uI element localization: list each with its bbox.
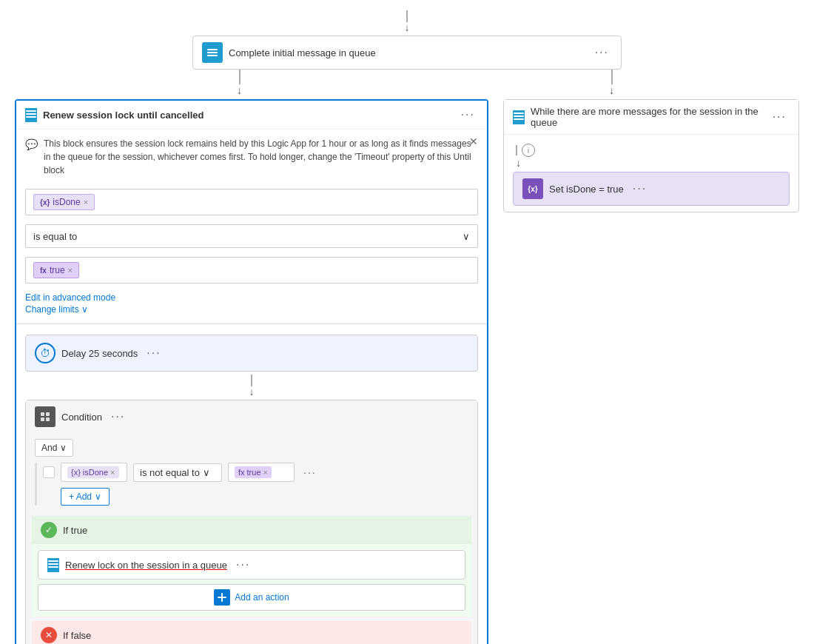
left-panel-ellipsis[interactable]: ···: [458, 107, 478, 123]
condition-value-box[interactable]: fx true ×: [228, 463, 295, 482]
func-icon: fx: [40, 266, 47, 275]
delay-ellipsis[interactable]: ···: [144, 345, 164, 361]
true-chip: fx true ×: [33, 262, 79, 278]
if-true-header: ✓ If true: [32, 516, 471, 544]
if-true-icon: ✓: [41, 522, 57, 538]
info-close-button[interactable]: ✕: [469, 135, 478, 147]
set-isdone-block: {x} Set isDone = true ···: [513, 172, 790, 206]
svg-rect-11: [48, 563, 58, 565]
condition-operator-select[interactable]: is not equal to ∨: [133, 463, 222, 482]
while-header: While there are more messages for the se…: [504, 100, 798, 135]
left-panel: Renew session lock until cancelled ··· 💬…: [15, 99, 488, 644]
isdone-chip-close[interactable]: ×: [84, 198, 88, 207]
while-block: While there are more messages for the se…: [503, 99, 799, 212]
isdone-input-field[interactable]: {x} isDone ×: [25, 189, 478, 215]
svg-rect-20: [514, 115, 524, 117]
svg-rect-0: [207, 49, 218, 50]
and-dropdown[interactable]: And ∨: [35, 439, 73, 457]
renew-lock-icon: [47, 558, 59, 572]
while-icon: [513, 110, 525, 124]
svg-rect-19: [514, 113, 524, 114]
while-ellipsis[interactable]: ···: [770, 109, 790, 125]
complete-initial-message-title: Complete initial message in queue: [229, 47, 586, 58]
renew-lock-action-block: Renew lock on the session in a queue ···: [38, 550, 465, 580]
if-false-section: ✕ If false: [32, 621, 471, 644]
panel-header: Renew session lock until cancelled ···: [16, 101, 487, 130]
svg-rect-21: [514, 118, 524, 120]
add-condition-btn-area: + Add ∨: [43, 482, 468, 506]
isdone-condition-row: {x} isDone ×: [16, 184, 487, 220]
if-true-label: If true: [63, 525, 87, 536]
delay-icon: ⏱: [35, 343, 56, 363]
condition-body: And ∨: [26, 433, 477, 511]
svg-rect-6: [41, 412, 44, 416]
if-true-body: Renew lock on the session in a queue ···: [32, 544, 471, 617]
is-equal-to-select[interactable]: is equal to ∨: [25, 224, 478, 248]
queue-icon-box: [202, 42, 223, 63]
if-false-icon: ✕: [41, 627, 57, 643]
complete-initial-ellipsis[interactable]: ···: [592, 44, 612, 61]
edit-links-area: Edit in advanced mode Change limits ∨: [16, 288, 487, 319]
add-condition-button[interactable]: + Add ∨: [61, 488, 110, 506]
svg-rect-4: [26, 113, 36, 115]
isdone-chip: {x} isDone ×: [33, 194, 95, 210]
isdone-var-box[interactable]: {x} isDone ×: [61, 463, 127, 482]
if-false-label: If false: [63, 630, 91, 641]
while-info-circle[interactable]: i: [522, 144, 535, 157]
cond-true-close[interactable]: ×: [263, 468, 268, 477]
panel-title: Renew session lock until cancelled: [43, 110, 452, 121]
renew-session-lock-panel: Renew session lock until cancelled ··· 💬…: [15, 99, 488, 644]
svg-rect-2: [207, 55, 218, 56]
condition-header: Condition ···: [26, 400, 477, 433]
svg-rect-14: [218, 597, 226, 598]
info-tooltip-row: 💬 This block ensures the session lock re…: [16, 130, 487, 184]
left-panel-icon: [25, 108, 37, 122]
set-isdone-title: Set isDone = true: [549, 184, 624, 195]
true-input-field[interactable]: fx true ×: [25, 257, 478, 284]
true-chip-close[interactable]: ×: [68, 266, 73, 275]
var-icon: {x}: [40, 198, 50, 207]
complete-initial-message-block: Complete initial message in queue ···: [192, 36, 622, 70]
condition-expr-row: {x} isDone × is not equal to ∨: [43, 463, 468, 482]
condition-title: Condition: [61, 412, 102, 423]
svg-rect-9: [46, 417, 50, 421]
svg-rect-7: [46, 412, 50, 416]
condition-checkbox[interactable]: [43, 466, 55, 478]
while-arrow-down: ↓: [516, 157, 521, 169]
info-text: This block ensures the session lock rema…: [44, 137, 478, 177]
if-true-section: ✓ If true: [32, 516, 471, 617]
delay-to-condition-arrow: ↓: [25, 375, 478, 397]
info-icon: 💬: [25, 138, 38, 150]
delay-block: ⏱ Delay 25 seconds ···: [25, 335, 478, 372]
cond-isdone-close[interactable]: ×: [110, 468, 115, 477]
condition-icon: [35, 406, 56, 427]
svg-rect-12: [48, 566, 58, 568]
set-isdone-icon: {x}: [522, 178, 543, 199]
renew-lock-title: Renew lock on the session in a queue: [65, 560, 227, 571]
right-panel: While there are more messages for the se…: [503, 99, 799, 218]
change-limits-link[interactable]: Change limits ∨: [25, 304, 478, 315]
cond-row-ellipsis[interactable]: ···: [300, 465, 320, 480]
true-chip-row: fx true ×: [16, 252, 487, 288]
is-equal-to-row: is equal to ∨: [16, 220, 487, 252]
renew-lock-ellipsis[interactable]: ···: [233, 557, 253, 573]
add-action-icon: [214, 589, 230, 606]
svg-rect-1: [207, 52, 218, 53]
while-inner: i ↓ {x} Set isDone = true ···: [504, 135, 798, 212]
svg-rect-8: [41, 417, 44, 421]
svg-rect-10: [48, 560, 58, 562]
divider: [16, 323, 487, 324]
top-arrow-down: ↓: [405, 10, 410, 33]
condition-block: Condition ··· And ∨: [25, 400, 478, 644]
inner-content: ⏱ Delay 25 seconds ··· ↓: [16, 329, 487, 644]
delay-title: Delay 25 seconds: [61, 348, 138, 359]
condition-ellipsis[interactable]: ···: [108, 409, 128, 425]
while-title: While there are more messages for the se…: [531, 106, 764, 128]
edit-advanced-link[interactable]: Edit in advanced mode: [25, 292, 478, 303]
if-true-add-action-button[interactable]: Add an action: [38, 584, 465, 611]
svg-rect-3: [26, 110, 36, 112]
if-false-header: ✕ If false: [32, 621, 471, 644]
set-isdone-ellipsis[interactable]: ···: [630, 181, 650, 197]
svg-rect-5: [26, 116, 36, 118]
